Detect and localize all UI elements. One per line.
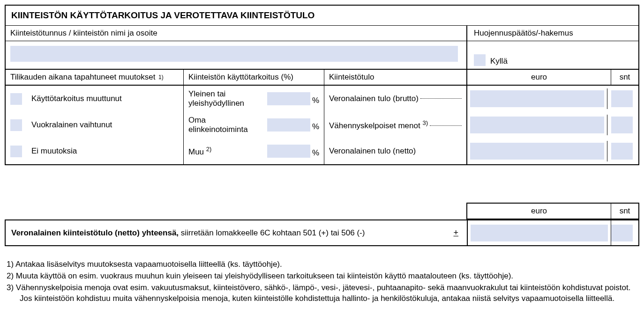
section-title: KIINTEISTÖN KÄYTTÖTARKOITUS JA VEROTETTA… <box>6 6 638 26</box>
totals-snt-input[interactable] <box>611 225 633 241</box>
income-gross-label: Veronalainen tulo (brutto) <box>329 94 419 103</box>
footnote-1: 1) Antakaa lisäselvitys muutoksesta vapa… <box>7 259 639 270</box>
usage-other-input[interactable] <box>267 145 310 158</box>
footnote-3: 3) Vähennyskelpoisia menoja ovat esim. v… <box>7 283 639 304</box>
income-net-label: Veronalainen tulo (netto) <box>329 146 416 156</box>
euro-header: euro <box>467 70 611 85</box>
income-deductible-snt-input[interactable] <box>611 117 633 133</box>
footnotes: 1) Antakaa lisäselvitys muutoksesta vapa… <box>5 259 639 304</box>
totals-snt-header: snt <box>611 204 638 219</box>
change-purpose-label: Käyttötarkoitus muuttunut <box>31 94 122 103</box>
change-none-label: Ei muutoksia <box>31 146 77 156</box>
income-deductible-euro-input[interactable] <box>470 117 604 133</box>
change-none-checkbox[interactable] <box>10 146 22 157</box>
footnote-2: 2) Muuta käyttöä on esim. vuokraus muuhu… <box>7 271 639 282</box>
usage-general-label: Yleinen tai yleishyödyllinen <box>188 89 259 108</box>
usage-header: Kiinteistön käyttötarkoitus (%) <box>184 70 324 86</box>
totals-euro-input[interactable] <box>471 225 608 241</box>
change-tenant-checkbox[interactable] <box>10 119 22 131</box>
relief-yes-checkbox[interactable] <box>474 54 486 66</box>
usage-other-label: Muu 2) <box>188 146 211 157</box>
income-gross-snt-input[interactable] <box>611 90 633 107</box>
totals-euro-header: euro <box>467 204 611 219</box>
change-tenant-label: Vuokralainen vaihtunut <box>31 120 112 130</box>
relief-yes-label: Kyllä <box>490 57 508 66</box>
snt-header: snt <box>611 70 638 85</box>
totals-section: euro snt Veronalainen kiinteistötulo (ne… <box>5 203 639 246</box>
property-id-label: Kiinteistötunnus / kiinteistön nimi ja o… <box>6 26 467 41</box>
relief-label: Huojennuspäätös/-hakemus <box>467 26 638 41</box>
changes-header: Tilikauden aikana tapahtuneet muutokset … <box>6 70 183 86</box>
income-net-snt-input[interactable] <box>611 143 633 160</box>
income-net-euro-input[interactable] <box>470 143 604 160</box>
income-deductible-label: Vähennyskelpoiset menot 3) <box>329 119 428 131</box>
main-section: KIINTEISTÖN KÄYTTÖTARKOITUS JA VEROTETTA… <box>5 5 639 165</box>
change-purpose-checkbox[interactable] <box>10 93 22 105</box>
usage-own-label: Oma elinkeinotoiminta <box>188 116 259 134</box>
usage-own-input[interactable] <box>267 118 310 132</box>
totals-label: Veronalainen kiinteistötulo (netto) yhte… <box>6 220 468 245</box>
plus-minus-icon: + <box>453 228 461 238</box>
property-id-input[interactable] <box>10 46 458 62</box>
usage-general-input[interactable] <box>267 92 310 105</box>
income-gross-euro-input[interactable] <box>470 90 604 107</box>
income-header: Kiinteistötulo <box>324 70 466 86</box>
